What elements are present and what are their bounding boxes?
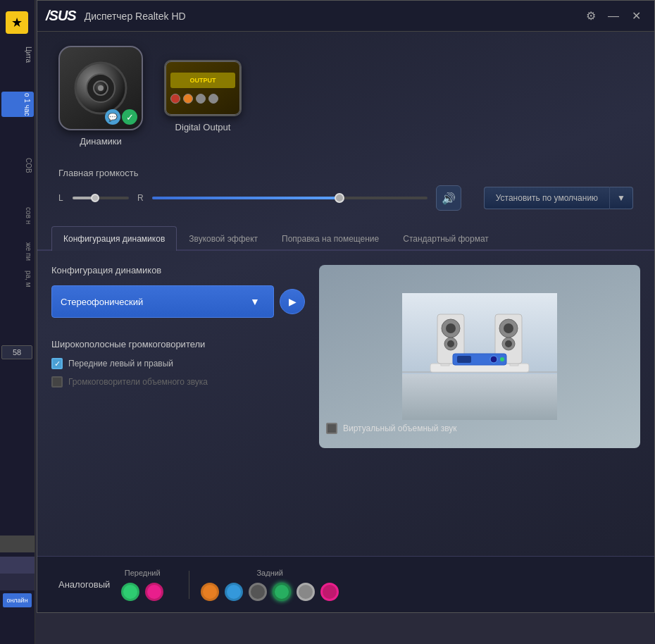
vol-fill — [152, 197, 339, 199]
tab-room[interactable]: Поправка на помещение — [270, 226, 391, 251]
vol-right-label: R — [137, 193, 144, 203]
checkbox-front-label: Передние левый и правый — [68, 359, 173, 369]
port-front-green[interactable] — [121, 583, 139, 601]
dropdown-value: Стереофонический — [61, 297, 245, 307]
asus-logo: /SUS — [46, 8, 76, 24]
checkbox-surround-label: Громкоговорители объемного звука — [68, 377, 208, 387]
speaker-svg — [73, 60, 129, 116]
left-sidebar: ★ Цита о 1 час COB сов н же пи ра, м 58 … — [0, 0, 35, 644]
checkbox-surround-row: Громкоговорители объемного звука — [51, 376, 305, 388]
check-badge: ✓ — [122, 109, 137, 125]
play-button[interactable]: ▶ — [280, 289, 305, 314]
device-badges: 💬 ✓ — [105, 109, 137, 125]
chat-badge: 💬 — [105, 109, 120, 125]
sidebar-cob: COB — [0, 155, 35, 176]
set-default-btn: Установить по умолчанию ▼ — [484, 187, 633, 209]
svg-point-19 — [505, 340, 512, 347]
port-back-green2[interactable] — [273, 583, 291, 601]
tab-left: Конфигурация динамиков Стереофонический … — [51, 265, 305, 448]
port-front-pink[interactable] — [145, 583, 163, 601]
digital-label: Digital Output — [175, 122, 231, 132]
settings-button[interactable]: ⚙ — [581, 6, 601, 26]
port-back-blue[interactable] — [225, 583, 243, 601]
digital-screen: OUTPUT — [170, 73, 235, 88]
config-select-row: Стереофонический ▼ ▶ — [51, 285, 305, 318]
vol-left-label: L — [58, 193, 64, 203]
svg-rect-21 — [457, 356, 471, 363]
volume-label: Главная громкость — [58, 168, 633, 178]
speaker-image-area: Виртуальный объемный звук — [319, 265, 640, 448]
speakers-label: Динамики — [80, 136, 122, 147]
vol-lr-slider[interactable] — [73, 197, 129, 199]
vol-thumb — [335, 193, 344, 203]
sidebar-star[interactable]: ★ — [6, 11, 28, 34]
set-default-main-btn[interactable]: Установить по умолчанию — [484, 187, 609, 209]
port-back-pink2[interactable] — [320, 583, 339, 601]
virtual-surround-row: Виртуальный объемный звук — [326, 423, 457, 434]
tab-content: Конфигурация динамиков Стереофонический … — [37, 251, 654, 462]
window-title: Диспетчер Realtek HD — [85, 11, 578, 22]
port-back-gray[interactable] — [297, 583, 315, 601]
front-port-group: Передний — [121, 569, 163, 601]
volume-icon-button[interactable]: 🔊 — [436, 185, 461, 211]
front-ports — [121, 583, 163, 601]
config-section-label: Конфигурация динамиков — [51, 265, 305, 275]
tab-sound-effect[interactable]: Звуковой эффект — [177, 226, 270, 251]
svg-point-22 — [490, 356, 497, 363]
vol-track — [152, 197, 428, 199]
wideband-label: Широкополосные громкоговорители — [51, 339, 305, 349]
sidebar-text4: же пи — [0, 240, 35, 264]
dropdown-arrow-icon: ▼ — [245, 292, 265, 311]
svg-point-23 — [500, 357, 504, 361]
svg-point-12 — [446, 323, 456, 333]
set-default-arrow-btn[interactable]: ▼ — [609, 187, 633, 209]
device-digital[interactable]: OUTPUT Digital Output — [164, 60, 242, 132]
back-ports-label: Задний — [256, 569, 283, 577]
speaker-config-dropdown[interactable]: Стереофонический ▼ — [51, 285, 274, 318]
title-bar: /SUS Диспетчер Realtek HD ⚙ — ✕ — [37, 1, 654, 32]
devices-area: 💬 ✓ Динамики OUTPUT Digital O — [37, 32, 654, 161]
sidebar-text3: сов н — [0, 204, 35, 227]
speakers-icon-wrap: 💬 ✓ — [58, 46, 143, 130]
front-ports-label: Передний — [125, 569, 161, 577]
svg-point-3 — [98, 85, 104, 91]
minimize-button[interactable]: — — [604, 6, 623, 26]
port-back-orange[interactable] — [201, 583, 219, 601]
sidebar-num: 58 — [1, 345, 32, 359]
tab-format[interactable]: Стандартный формат — [391, 226, 501, 251]
svg-point-14 — [447, 340, 454, 347]
volume-section: Главная громкость L R 🔊 Установить по ум… — [37, 161, 654, 225]
main-volume-slider[interactable] — [152, 190, 428, 206]
sidebar-label: о 1 час — [1, 92, 34, 117]
close-button[interactable]: ✕ — [626, 6, 646, 26]
digital-icon-wrap: OUTPUT — [164, 60, 242, 116]
digital-icon: OUTPUT — [166, 61, 240, 115]
tab-config[interactable]: Конфигурация динамиков — [51, 226, 177, 251]
wideband-section: Широкополосные громкоговорители ✓ Передн… — [51, 339, 305, 388]
analog-label: Аналоговый — [58, 579, 110, 590]
back-ports — [201, 583, 339, 601]
sidebar-text1: Цита — [25, 47, 32, 63]
stereo-system-svg — [402, 293, 557, 420]
back-port-group: Задний — [201, 569, 339, 601]
device-speakers[interactable]: 💬 ✓ Динамики — [58, 46, 143, 147]
checkbox-virtual-label: Виртуальный объемный звук — [343, 423, 457, 433]
sidebar-text5: ра, м — [0, 268, 35, 290]
checkbox-virtual-icon[interactable] — [326, 423, 337, 434]
bottom-row: Аналоговый Передний Задний — [37, 556, 654, 612]
svg-point-17 — [504, 323, 513, 333]
checkbox-front-row: ✓ Передние левый и правый — [51, 358, 305, 369]
sidebar-online: онлайн — [3, 593, 32, 607]
digital-controls — [170, 94, 235, 104]
port-back-black[interactable] — [249, 583, 267, 601]
checkbox-surround-icon[interactable] — [51, 376, 63, 388]
ports-divider — [189, 571, 189, 599]
svg-rect-4 — [402, 371, 557, 420]
tabs-row: Конфигурация динамиков Звуковой эффект П… — [37, 225, 654, 251]
checkbox-front-icon[interactable]: ✓ — [51, 358, 63, 369]
main-window: /SUS Диспетчер Realtek HD ⚙ — ✕ — [37, 0, 655, 613]
